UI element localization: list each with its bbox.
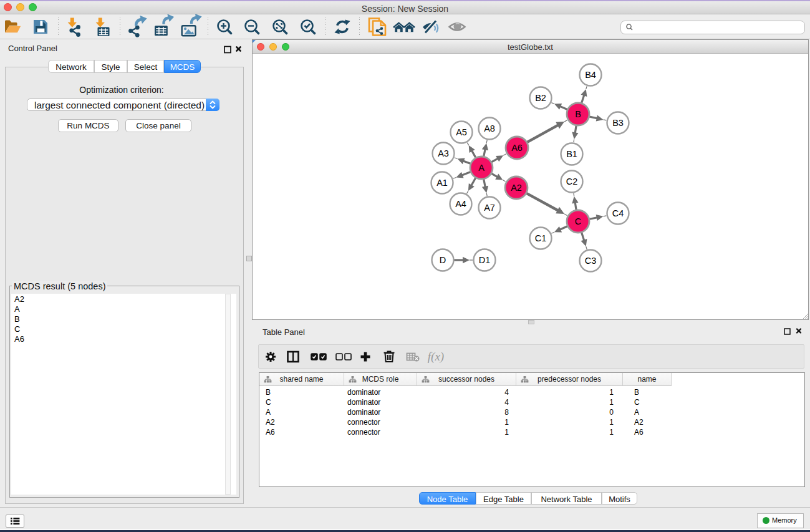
svg-text:C2: C2: [566, 177, 578, 186]
svg-text:B3: B3: [612, 118, 624, 128]
svg-text:B1: B1: [566, 149, 577, 159]
svg-text:A5: A5: [456, 127, 467, 137]
svg-text:D: D: [440, 255, 446, 265]
svg-text:B2: B2: [535, 93, 546, 103]
svg-text:C1: C1: [535, 233, 547, 243]
svg-text:A8: A8: [484, 123, 495, 133]
svg-text:f(x): f(x): [428, 350, 444, 364]
svg-text:A7: A7: [484, 203, 495, 213]
svg-text:B: B: [575, 109, 581, 119]
svg-text:B4: B4: [585, 70, 596, 80]
svg-text:A: A: [478, 163, 485, 173]
svg-text:C: C: [575, 216, 581, 226]
svg-text:A6: A6: [511, 143, 523, 153]
svg-text:A4: A4: [455, 199, 466, 209]
svg-text:A2: A2: [511, 183, 522, 193]
svg-text:A1: A1: [436, 178, 448, 188]
svg-text:D1: D1: [479, 255, 491, 265]
svg-text:C4: C4: [612, 208, 624, 218]
svg-text:A3: A3: [438, 148, 449, 158]
svg-text:C3: C3: [585, 256, 597, 266]
